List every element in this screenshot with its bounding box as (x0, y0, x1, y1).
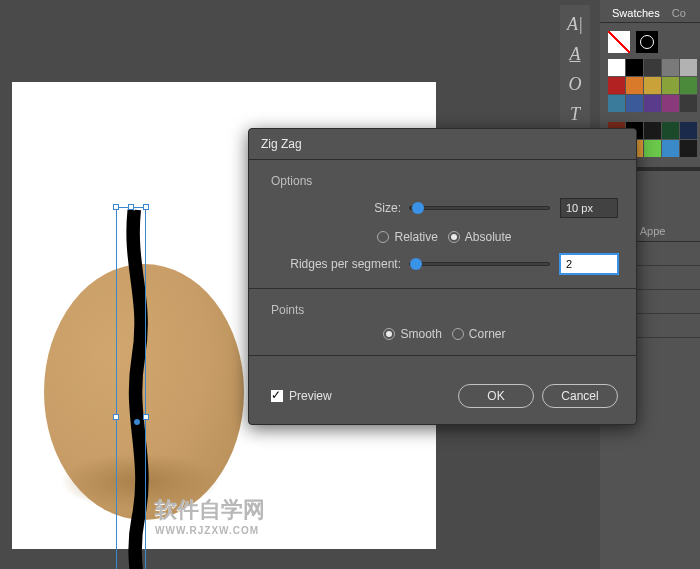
size-slider[interactable] (409, 206, 550, 210)
preview-checkbox[interactable]: Preview (271, 389, 332, 403)
character-panel-icon[interactable]: A| (560, 9, 590, 39)
relative-radio[interactable]: Relative (377, 230, 437, 244)
size-label: Size: (271, 201, 401, 215)
dialog-title: Zig Zag (249, 129, 636, 160)
swatch[interactable] (644, 77, 661, 94)
zigzag-dialog: Zig Zag Options Size: Relative Absolute … (248, 128, 637, 425)
color-tab[interactable]: Co (666, 3, 686, 22)
corner-radio[interactable]: Corner (452, 327, 506, 341)
selection-bounding-box[interactable] (116, 207, 146, 569)
swatch[interactable] (680, 122, 697, 139)
watermark-text: 软件自学网 (155, 497, 265, 522)
swatch[interactable] (680, 59, 697, 76)
absolute-label: Absolute (465, 230, 512, 244)
swatch[interactable] (680, 95, 697, 112)
swatch[interactable] (626, 59, 643, 76)
type-panel: A| A O T (560, 5, 590, 133)
watermark: 软件自学网 WWW.RJZXW.COM (155, 495, 265, 536)
swatch[interactable] (608, 95, 625, 112)
swatch[interactable] (644, 122, 661, 139)
opentype-panel-icon[interactable]: O (560, 69, 590, 99)
absolute-radio[interactable]: Absolute (448, 230, 512, 244)
preview-label: Preview (289, 389, 332, 403)
smooth-label: Smooth (400, 327, 441, 341)
swatch[interactable] (662, 122, 679, 139)
ridges-slider[interactable] (409, 262, 550, 266)
swatch[interactable] (662, 59, 679, 76)
glyphs-panel-icon[interactable]: T (560, 99, 590, 129)
ridges-input[interactable] (560, 254, 618, 274)
swatch[interactable] (626, 77, 643, 94)
corner-label: Corner (469, 327, 506, 341)
swatch[interactable] (680, 77, 697, 94)
resize-handle-tr[interactable] (143, 204, 149, 210)
swatch[interactable] (626, 95, 643, 112)
swatches-tab[interactable]: Swatches (606, 3, 666, 22)
cancel-button[interactable]: Cancel (542, 384, 618, 408)
size-input[interactable] (560, 198, 618, 218)
resize-handle-tl[interactable] (113, 204, 119, 210)
swatch[interactable] (644, 95, 661, 112)
swatch[interactable] (662, 77, 679, 94)
swatch[interactable] (662, 95, 679, 112)
relative-label: Relative (394, 230, 437, 244)
watermark-url: WWW.RJZXW.COM (155, 525, 265, 536)
resize-handle-mr[interactable] (143, 414, 149, 420)
appearance-tab[interactable]: Appe (635, 221, 671, 241)
swatch-registration[interactable] (636, 31, 658, 53)
swatch[interactable] (608, 59, 625, 76)
resize-handle-ml[interactable] (113, 414, 119, 420)
swatch[interactable] (608, 77, 625, 94)
swatch[interactable] (662, 140, 679, 157)
options-group-label: Options (271, 174, 618, 188)
resize-handle-tc[interactable] (128, 204, 134, 210)
ridges-label: Ridges per segment: (271, 257, 401, 271)
swatch[interactable] (644, 140, 661, 157)
points-group-label: Points (271, 303, 618, 317)
swatch[interactable] (680, 140, 697, 157)
smooth-radio[interactable]: Smooth (383, 327, 441, 341)
swatch[interactable] (644, 59, 661, 76)
swatch-none[interactable] (608, 31, 630, 53)
paragraph-panel-icon[interactable]: A (560, 39, 590, 69)
ok-button[interactable]: OK (458, 384, 534, 408)
workspace: 软件自学网 WWW.RJZXW.COM A| A O T ✶ ≡ Swatche… (0, 0, 700, 569)
